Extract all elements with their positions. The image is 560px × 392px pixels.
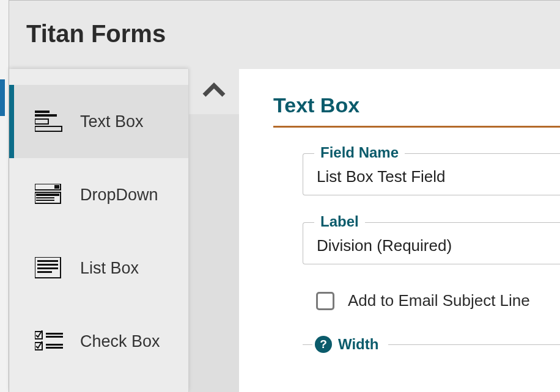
sidebar-item-dropdown[interactable]: DropDown bbox=[9, 158, 188, 231]
background-app-strip bbox=[0, 0, 9, 392]
label-input[interactable] bbox=[317, 236, 548, 255]
field-type-sidebar: Text Box DropDown bbox=[9, 69, 189, 392]
svg-rect-3 bbox=[35, 126, 62, 131]
width-help-icon[interactable]: ? bbox=[315, 336, 332, 353]
collapse-gutter bbox=[189, 69, 239, 392]
collapse-sidebar-button[interactable] bbox=[189, 69, 239, 114]
svg-rect-13 bbox=[37, 267, 58, 269]
field-name-legend: Field Name bbox=[314, 144, 405, 161]
sidebar-item-label: DropDown bbox=[80, 186, 158, 205]
svg-rect-2 bbox=[35, 119, 48, 124]
width-legend: Width bbox=[338, 336, 385, 353]
field-name-group: Field Name bbox=[303, 153, 560, 195]
label-legend: Label bbox=[314, 213, 365, 230]
svg-rect-9 bbox=[36, 200, 54, 201]
sidebar-item-label: Text Box bbox=[80, 112, 144, 131]
sidebar-item-text-box[interactable]: Text Box bbox=[9, 85, 188, 158]
label-group: Label bbox=[303, 222, 560, 264]
header-bar: Titan Forms bbox=[9, 1, 560, 69]
sidebar-item-list-box[interactable]: List Box bbox=[9, 231, 188, 305]
width-rule-right bbox=[388, 344, 560, 345]
window-body: Text Box DropDown bbox=[9, 69, 560, 392]
chevron-up-icon bbox=[202, 82, 226, 101]
textbox-icon bbox=[34, 109, 65, 134]
width-rule-left bbox=[303, 344, 312, 345]
sidebar-item-label: List Box bbox=[80, 259, 139, 278]
svg-rect-0 bbox=[35, 111, 50, 113]
field-name-input[interactable] bbox=[317, 167, 548, 186]
email-subject-label: Add to Email Subject Line bbox=[348, 291, 530, 310]
svg-rect-16 bbox=[46, 333, 63, 335]
svg-rect-19 bbox=[46, 344, 63, 346]
dropdown-icon bbox=[34, 182, 65, 208]
svg-rect-14 bbox=[37, 271, 52, 273]
svg-rect-1 bbox=[35, 114, 57, 117]
email-subject-row: Add to Email Subject Line bbox=[316, 291, 560, 310]
titan-forms-window: Titan Forms Text Box bbox=[9, 0, 560, 392]
listbox-icon bbox=[34, 255, 65, 281]
app-title: Titan Forms bbox=[26, 20, 560, 48]
svg-rect-17 bbox=[46, 336, 63, 338]
panel-title: Text Box bbox=[273, 93, 560, 117]
width-group: ? Width bbox=[303, 336, 560, 353]
checkbox-icon bbox=[34, 328, 65, 354]
title-divider bbox=[273, 126, 560, 128]
svg-rect-5 bbox=[54, 185, 59, 189]
svg-rect-11 bbox=[37, 260, 58, 262]
svg-rect-20 bbox=[46, 347, 63, 349]
sidebar-item-check-box[interactable]: Check Box bbox=[9, 305, 188, 378]
field-editor-panel: Text Box Field Name Label Add to Email S… bbox=[239, 69, 560, 392]
email-subject-checkbox[interactable] bbox=[316, 292, 334, 310]
sidebar-item-label: Check Box bbox=[80, 332, 160, 351]
svg-rect-7 bbox=[36, 194, 59, 196]
bg-accent bbox=[0, 79, 5, 116]
svg-rect-8 bbox=[36, 197, 54, 198]
svg-rect-12 bbox=[37, 264, 58, 266]
